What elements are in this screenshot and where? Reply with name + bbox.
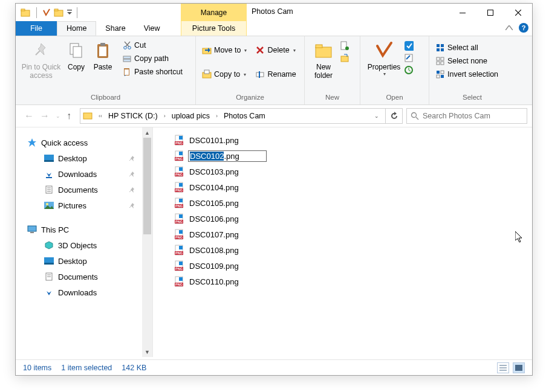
rename-button[interactable]: Rename bbox=[253, 68, 298, 81]
delete-icon bbox=[255, 45, 265, 55]
png-file-icon: PNG bbox=[174, 245, 184, 255]
file-rename-input[interactable]: DSC0102.png bbox=[188, 150, 267, 162]
window-controls bbox=[449, 4, 532, 21]
file-row[interactable]: PNGDSC0102.png bbox=[174, 148, 532, 164]
thumbnails-view-button[interactable] bbox=[513, 362, 525, 373]
move-to-button[interactable]: Move to ▾ bbox=[200, 43, 249, 57]
delete-button[interactable]: Delete ▾ bbox=[253, 43, 298, 57]
sidebar-downloads2[interactable]: Downloads bbox=[23, 284, 152, 300]
recent-dropdown-icon[interactable]: ⌄ bbox=[56, 113, 60, 119]
group-select: Select all Select none Invert selection … bbox=[429, 36, 515, 104]
new-folder-button[interactable]: New folder bbox=[308, 39, 339, 80]
open-icon[interactable] bbox=[404, 41, 414, 51]
svg-rect-34 bbox=[437, 48, 440, 51]
tab-home[interactable]: Home bbox=[57, 21, 96, 36]
file-row[interactable]: PNGDSC0101.png bbox=[174, 132, 532, 148]
breadcrumb-dropdown-icon[interactable]: ⌄ bbox=[368, 113, 385, 119]
new-folder-qat-icon[interactable] bbox=[54, 8, 63, 18]
tab-picture-tools[interactable]: Picture Tools bbox=[181, 21, 247, 36]
file-list[interactable]: PNGDSC0101.pngPNGDSC0102.pngPNGDSC0103.p… bbox=[153, 127, 532, 357]
paste-button[interactable]: Paste bbox=[89, 39, 116, 71]
chevron-left-icon[interactable]: ‹‹ bbox=[95, 113, 106, 119]
sidebar-pictures[interactable]: Pictures bbox=[23, 198, 152, 213]
copy-to-label: Copy to bbox=[214, 70, 240, 79]
svg-rect-9 bbox=[73, 47, 82, 57]
svg-rect-35 bbox=[441, 48, 444, 51]
properties-qat-icon[interactable] bbox=[42, 8, 51, 18]
quick-access-node[interactable]: Quick access bbox=[23, 135, 152, 150]
copy-path-button[interactable]: Copy path bbox=[120, 52, 185, 65]
tab-file[interactable]: File bbox=[16, 21, 57, 36]
pin-label: Pin to Quick access bbox=[19, 63, 63, 80]
file-row[interactable]: PNGDSC0107.png bbox=[174, 227, 532, 242]
scroll-up-icon[interactable]: ▲ bbox=[142, 127, 152, 138]
file-row[interactable]: PNGDSC0103.png bbox=[174, 164, 532, 179]
forward-button[interactable]: → bbox=[40, 111, 50, 121]
chevron-right-icon[interactable]: › bbox=[212, 113, 221, 119]
maximize-button[interactable] bbox=[476, 4, 504, 21]
file-row[interactable]: PNGDSC0104.png bbox=[174, 179, 532, 195]
sidebar-3d-label: 3D Objects bbox=[58, 241, 97, 250]
history-icon[interactable] bbox=[404, 65, 414, 75]
file-row[interactable]: PNGDSC0108.png bbox=[174, 242, 532, 258]
file-row[interactable]: PNGDSC0110.png bbox=[174, 274, 532, 289]
paste-shortcut-button[interactable]: Paste shortcut bbox=[120, 65, 185, 79]
properties-button[interactable]: Properties ▾ bbox=[364, 39, 404, 77]
cut-button[interactable]: Cut bbox=[120, 39, 185, 52]
svg-rect-37 bbox=[441, 57, 444, 60]
svg-rect-98 bbox=[179, 246, 183, 249]
breadcrumb[interactable]: ‹‹ HP STICK (D:) › upload pics › Photos … bbox=[80, 108, 403, 124]
ribbon-tabs: File Home Share View Picture Tools ? bbox=[16, 21, 532, 36]
svg-rect-24 bbox=[316, 47, 331, 57]
select-all-button[interactable]: Select all bbox=[433, 41, 501, 54]
scroll-down-icon[interactable]: ▼ bbox=[142, 347, 152, 357]
sidebar-3d-objects[interactable]: 3D Objects bbox=[23, 237, 152, 253]
window-title: Photos Cam bbox=[252, 7, 293, 16]
svg-rect-70 bbox=[179, 136, 183, 140]
select-none-button[interactable]: Select none bbox=[433, 54, 501, 68]
svg-rect-78 bbox=[179, 167, 183, 171]
file-row[interactable]: PNGDSC0109.png bbox=[174, 258, 532, 274]
sidebar-scrollbar[interactable]: ▲ ▼ bbox=[142, 127, 152, 357]
group-open-label: Open bbox=[360, 94, 429, 104]
copy-button[interactable]: Copy bbox=[63, 39, 89, 71]
svg-rect-29 bbox=[405, 41, 414, 51]
svg-rect-41 bbox=[441, 71, 444, 74]
sidebar-documents2[interactable]: Documents bbox=[23, 269, 152, 284]
tab-share[interactable]: Share bbox=[96, 21, 134, 36]
search-box[interactable] bbox=[406, 108, 527, 124]
refresh-button[interactable] bbox=[385, 109, 402, 123]
close-button[interactable] bbox=[504, 4, 532, 21]
sidebar-downloads[interactable]: Downloads bbox=[23, 166, 152, 182]
qat-customize-icon[interactable] bbox=[67, 10, 73, 16]
contextual-tab-manage[interactable]: Manage bbox=[181, 4, 247, 21]
sidebar-desktop[interactable]: Desktop bbox=[23, 150, 152, 166]
minimize-button[interactable] bbox=[449, 4, 476, 21]
svg-line-49 bbox=[129, 159, 131, 161]
details-view-button[interactable] bbox=[497, 362, 509, 373]
file-row[interactable]: PNGDSC0105.png bbox=[174, 195, 532, 211]
svg-text:PNG: PNG bbox=[175, 267, 183, 271]
chevron-right-icon[interactable]: › bbox=[160, 113, 169, 119]
easy-access-icon[interactable] bbox=[340, 53, 349, 63]
breadcrumb-seg2[interactable]: upload pics bbox=[169, 112, 212, 120]
breadcrumb-seg3[interactable]: Photos Cam bbox=[221, 112, 268, 120]
search-input[interactable] bbox=[423, 112, 523, 120]
copy-to-button[interactable]: Copy to ▾ bbox=[200, 68, 249, 81]
invert-selection-button[interactable]: Invert selection bbox=[433, 68, 501, 81]
help-icon[interactable]: ? bbox=[519, 23, 528, 33]
edit-icon[interactable] bbox=[404, 53, 414, 63]
breadcrumb-seg1[interactable]: HP STICK (D:) bbox=[106, 112, 160, 120]
sidebar-desktop2[interactable]: Desktop bbox=[23, 253, 152, 269]
up-button[interactable]: ↑ bbox=[67, 111, 71, 121]
this-pc-node[interactable]: This PC bbox=[23, 222, 152, 237]
pin-to-quick-access-button[interactable]: Pin to Quick access bbox=[19, 39, 63, 80]
file-row[interactable]: PNGDSC0106.png bbox=[174, 211, 532, 227]
scroll-thumb[interactable] bbox=[143, 138, 151, 234]
tab-view[interactable]: View bbox=[135, 21, 169, 36]
sidebar-documents[interactable]: Documents bbox=[23, 182, 152, 198]
back-button[interactable]: ← bbox=[24, 111, 34, 121]
svg-rect-86 bbox=[179, 199, 183, 202]
collapse-ribbon-icon[interactable] bbox=[505, 25, 513, 30]
new-item-icon[interactable] bbox=[340, 41, 349, 51]
